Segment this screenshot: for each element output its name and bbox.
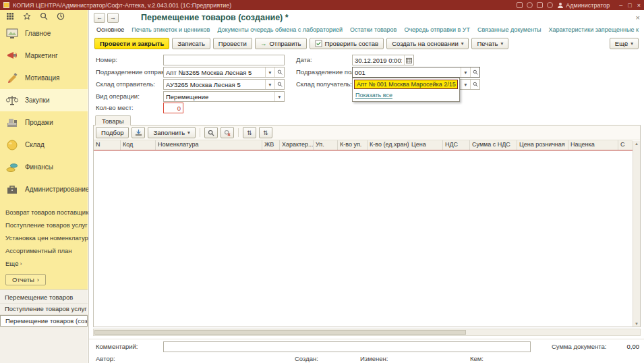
- operation-input[interactable]: [164, 92, 274, 101]
- caret-down-icon[interactable]: ▾: [461, 67, 470, 77]
- column-header[interactable]: Характер...: [280, 140, 314, 150]
- notifications-icon[interactable]: [517, 2, 523, 8]
- date-field[interactable]: [352, 55, 414, 65]
- favorites-star-icon[interactable]: [23, 12, 31, 20]
- sidebar-item-administration[interactable]: Администрирование: [0, 178, 88, 200]
- caret-down-icon[interactable]: ▾: [461, 80, 470, 89]
- reports-button[interactable]: Отчеты ›: [5, 274, 46, 285]
- check-content-button[interactable]: Проверить состав: [310, 38, 384, 49]
- number-input[interactable]: [164, 56, 284, 64]
- lookup-button[interactable]: [470, 80, 479, 89]
- window-close-button[interactable]: ×: [637, 2, 641, 9]
- places-field[interactable]: [163, 103, 183, 113]
- column-header[interactable]: Код: [121, 140, 156, 150]
- open-window-item-active[interactable]: Перемещение товаров (создание) *: [0, 315, 88, 327]
- open-window-item[interactable]: Поступление товаров услуг: [0, 304, 88, 315]
- tab-goods[interactable]: Товары: [95, 115, 131, 125]
- maximize-button[interactable]: □: [628, 2, 631, 9]
- tab-ut-send-queue[interactable]: Очередь отправки в УТ: [404, 26, 470, 33]
- import-button[interactable]: [131, 127, 145, 138]
- sidebar-item-purchases[interactable]: Закупки: [0, 89, 88, 111]
- tab-forbidden-characteristics[interactable]: Характеристики запрещенные к списанию: [548, 26, 640, 33]
- tab-lab-exchange-queue[interactable]: Документы очередь обмена с лабораторией: [217, 26, 343, 33]
- close-form-button[interactable]: ×: [636, 13, 640, 22]
- tab-goods-remainders[interactable]: Остатки товаров: [350, 26, 397, 33]
- tab-main[interactable]: Основное: [96, 26, 124, 33]
- column-header[interactable]: Цена розничная: [517, 140, 568, 150]
- vertical-scrollbar[interactable]: ▲ ▼: [633, 141, 640, 327]
- sidebar-item-warehouse[interactable]: Склад: [0, 134, 88, 156]
- lookup-button[interactable]: [274, 80, 284, 89]
- post-button[interactable]: Провести: [213, 38, 252, 49]
- history-icon[interactable]: [547, 2, 553, 8]
- date-input[interactable]: [353, 56, 404, 64]
- user-chip[interactable]: Администратор: [557, 2, 610, 9]
- print-button[interactable]: Печать ▾: [471, 38, 508, 49]
- search-icon[interactable]: [40, 12, 48, 20]
- scroll-down-icon[interactable]: ▼: [635, 322, 639, 326]
- calendar-button[interactable]: [404, 55, 413, 65]
- back-button[interactable]: ←: [94, 13, 105, 23]
- column-header[interactable]: Цена: [409, 140, 443, 150]
- pick-button[interactable]: Подбор: [96, 127, 129, 138]
- sidebar-item-motivation[interactable]: Мотивация: [0, 67, 88, 89]
- column-header[interactable]: Сумма с НДС: [470, 140, 517, 150]
- column-header[interactable]: С: [618, 140, 633, 150]
- sidebar-item-marketing[interactable]: Маркетинг: [0, 45, 88, 67]
- dropdown-suggestion[interactable]: Апт № 001 Москва Маросейка 2/15 (3 102): [354, 80, 458, 89]
- column-header[interactable]: Номенклатура: [156, 140, 262, 150]
- tab-related-documents[interactable]: Связанные документы: [477, 26, 541, 33]
- open-window-item[interactable]: Перемещение товаров: [0, 292, 88, 304]
- create-from-button[interactable]: Создать на основании ▾: [386, 38, 469, 49]
- tab-print-labels[interactable]: Печать этикеток и ценников: [131, 26, 210, 33]
- caret-down-icon[interactable]: ▾: [265, 67, 274, 77]
- sender-dept-field[interactable]: ▾: [163, 67, 285, 78]
- caret-down-icon[interactable]: ▾: [274, 92, 284, 101]
- sort-ascending-button[interactable]: ⇅: [243, 127, 256, 138]
- goods-table-body[interactable]: [94, 151, 633, 327]
- sidebar-link-goods-receipt[interactable]: Поступление товаров услуг: [5, 219, 88, 231]
- sidebar-item-sales[interactable]: Продажи: [0, 111, 88, 134]
- sidebar-item-finance[interactable]: Финансы: [0, 156, 88, 178]
- info-icon[interactable]: [527, 2, 533, 8]
- operation-field[interactable]: ▾: [163, 91, 285, 102]
- favorites-icon[interactable]: [537, 2, 543, 8]
- lookup-button[interactable]: [274, 67, 284, 77]
- cancel-find-button[interactable]: [221, 127, 234, 138]
- receiver-dept-field[interactable]: ▾: [352, 67, 480, 78]
- column-header[interactable]: НДС: [443, 140, 470, 150]
- column-header[interactable]: Уп.: [314, 140, 338, 150]
- horizontal-scrollbar[interactable]: [93, 329, 641, 336]
- caret-down-icon[interactable]: ▾: [265, 80, 274, 89]
- forward-button[interactable]: →: [107, 13, 119, 23]
- sort-descending-button[interactable]: ⇅: [259, 127, 272, 138]
- sender-store-input[interactable]: [164, 80, 265, 88]
- comment-field[interactable]: [163, 341, 531, 352]
- sidebar-link-return-to-supplier[interactable]: Возврат товаров поставщику: [5, 206, 88, 219]
- fill-button[interactable]: Заполнить ▾: [148, 127, 195, 138]
- show-all-link[interactable]: Показать все: [355, 92, 392, 99]
- post-and-close-button[interactable]: Провести и закрыть: [94, 38, 169, 49]
- column-header[interactable]: К-во уп.: [338, 140, 368, 150]
- receiver-dept-input[interactable]: [353, 68, 461, 76]
- menu-grid-icon[interactable]: [6, 12, 14, 20]
- write-button[interactable]: Записать: [172, 38, 210, 49]
- comment-input[interactable]: [164, 343, 530, 351]
- column-header[interactable]: К-во (ед.хран): [368, 140, 409, 150]
- sidebar-link-more[interactable]: Ещё›: [5, 257, 88, 270]
- lookup-button[interactable]: [470, 67, 479, 77]
- sidebar-link-assortment-plan[interactable]: Ассортиментный план: [5, 244, 88, 257]
- column-header[interactable]: N: [94, 140, 121, 150]
- scrollbar-thumb[interactable]: [94, 330, 466, 335]
- history-clock-icon[interactable]: [57, 12, 65, 20]
- find-button[interactable]: [204, 127, 218, 138]
- places-input[interactable]: [164, 104, 183, 112]
- scroll-up-icon[interactable]: ▲: [635, 142, 639, 146]
- column-header[interactable]: Наценка: [568, 140, 618, 150]
- more-button[interactable]: Ещё ▾: [610, 38, 639, 49]
- sidebar-item-main[interactable]: Главное: [0, 22, 88, 45]
- sidebar-link-price-setting[interactable]: Установка цен номенклатуры: [5, 231, 88, 244]
- sender-dept-input[interactable]: [164, 68, 265, 76]
- column-header[interactable]: ЖВ: [262, 140, 280, 150]
- send-button[interactable]: → Отправить: [255, 38, 307, 49]
